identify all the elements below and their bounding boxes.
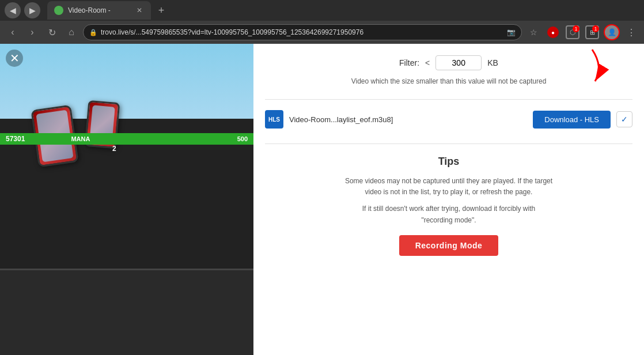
tips-title: Tips — [265, 156, 632, 168]
tip-text-2: If it still doesn't work after trying, d… — [265, 203, 632, 225]
tab-close-btn[interactable]: ✕ — [135, 6, 144, 15]
download-hls-btn[interactable]: Download - HLS — [533, 111, 611, 129]
popup-panel: Filter: < KB Video which the size smalle… — [253, 44, 644, 355]
check-icon: ✓ — [621, 115, 628, 124]
download-row: HLS Video-Room...laylist_eof.m3u8] Downl… — [265, 104, 632, 134]
tab-back-btn[interactable]: ◀ — [5, 2, 21, 18]
profile-icon: 👤 — [608, 28, 616, 36]
browser-tab-active[interactable]: Video-Room - ✕ — [47, 1, 151, 20]
hud-bar: 57301 MANA 500 — [0, 133, 253, 145]
divider-top — [265, 99, 632, 100]
more-options-btn[interactable]: ⋮ — [623, 24, 639, 40]
star-btn[interactable]: ☆ — [525, 24, 541, 40]
tab-favicon — [54, 6, 63, 15]
home-btn[interactable]: ⌂ — [63, 24, 79, 40]
extension-badge: 1 — [573, 25, 579, 32]
tab-forward-btn[interactable]: ▶ — [24, 2, 40, 18]
tip-text-1: Some videos may not be captured until th… — [265, 176, 632, 198]
tab-title: Video-Room - — [68, 6, 130, 14]
file-name: Video-Room...laylist_eof.m3u8] — [289, 115, 527, 124]
forward-btn[interactable]: › — [24, 24, 40, 40]
divider-bottom — [265, 143, 632, 144]
filter-row: Filter: < KB — [265, 55, 632, 70]
hud-number-left: 57301 — [6, 135, 25, 143]
address-text: trovo.live/s/...549759865535?vid=ltv-100… — [101, 28, 503, 36]
extension-red-icon: ● — [547, 27, 559, 38]
filter-input[interactable] — [435, 55, 482, 70]
cab-interior — [0, 269, 253, 355]
back-btn[interactable]: ‹ — [5, 24, 21, 40]
tips-section: Tips Some videos may not be captured unt… — [265, 156, 632, 256]
new-tab-btn[interactable]: + — [153, 2, 169, 18]
hud-mana-label: MANA — [71, 135, 90, 142]
recording-mode-btn[interactable]: Recording Mode — [399, 235, 499, 256]
tab-bar: ◀ ▶ Video-Room - ✕ + — [0, 0, 644, 21]
filter-unit: KB — [487, 58, 498, 67]
lock-icon: 🔒 — [89, 29, 97, 36]
close-video-btn[interactable]: ✕ — [6, 50, 23, 67]
profile-btn[interactable]: 👤 — [604, 24, 620, 40]
another-extension-btn[interactable]: ⊞ 1 — [584, 24, 600, 40]
video-area: 57301 MANA 500 2 ✕ — [0, 44, 253, 355]
nav-bar: ‹ › ↻ ⌂ 🔒 trovo.live/s/...549759865535?v… — [0, 21, 644, 44]
tab-controls: ◀ ▶ — [5, 2, 40, 18]
browser-chrome: ◀ ▶ Video-Room - ✕ + ‹ › ↻ ⌂ 🔒 trovo.liv… — [0, 0, 644, 44]
hls-label: HLS — [268, 116, 280, 123]
main-area: 57301 MANA 500 2 ✕ Filter: < KB Video wh… — [0, 44, 644, 355]
address-bar[interactable]: 🔒 trovo.live/s/...549759865535?vid=ltv-1… — [83, 24, 522, 40]
another-badge: 1 — [592, 25, 599, 32]
hud-number-right: 500 — [237, 135, 248, 142]
extension-red-btn[interactable]: ● — [545, 24, 561, 40]
refresh-btn[interactable]: ↻ — [44, 24, 60, 40]
hud-small-number: 2 — [112, 145, 116, 153]
download-icon-btn[interactable]: ✓ — [616, 111, 632, 127]
camera-off-icon: 📷 — [507, 28, 516, 36]
hls-icon: HLS — [265, 110, 283, 129]
mirror-assembly — [12, 101, 127, 217]
filter-description: Video which the size smaller than this v… — [265, 77, 632, 85]
extension-puzzle-btn[interactable]: ⬡ 1 — [565, 24, 581, 40]
filter-chevron: < — [425, 58, 430, 67]
filter-label: Filter: — [399, 58, 419, 67]
